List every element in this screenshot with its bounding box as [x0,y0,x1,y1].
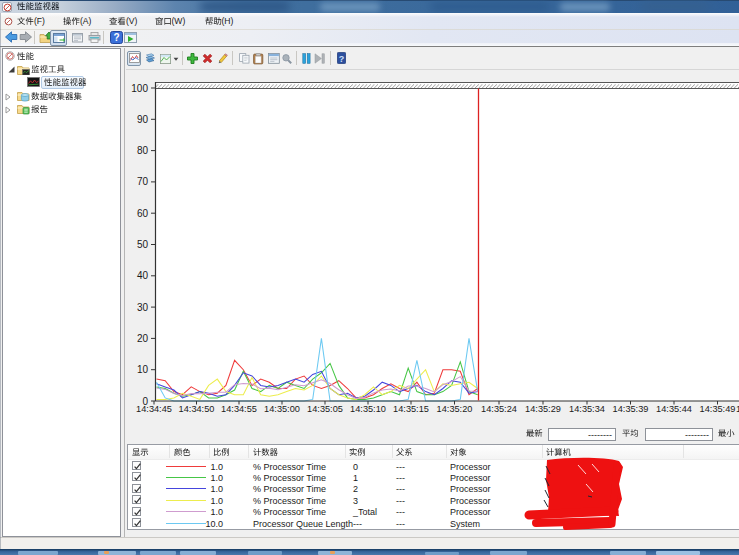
svg-text:20: 20 [137,333,149,344]
svg-text:80: 80 [137,145,149,156]
svg-text:40: 40 [137,270,149,281]
svg-text:14:34:50: 14:34:50 [179,404,215,414]
svg-text:70: 70 [137,176,149,187]
svg-text:14:35:10: 14:35:10 [350,404,386,414]
svg-text:14:35:34: 14:35:34 [569,404,605,414]
svg-text:14:35:39: 14:35:39 [613,404,649,414]
svg-text:50: 50 [137,239,149,250]
svg-text:14:35:29: 14:35:29 [525,404,561,414]
svg-text:14:35:20: 14:35:20 [437,404,473,414]
svg-text:14:35:15: 14:35:15 [393,404,429,414]
svg-text:14:35:00: 14:35:00 [264,404,300,414]
svg-text:14:35:49: 14:35:49 [700,404,736,414]
svg-text:14:34:55: 14:34:55 [221,404,257,414]
svg-text:100: 100 [131,83,148,94]
svg-text:14:35:05: 14:35:05 [307,404,343,414]
svg-text:30: 30 [137,302,149,313]
svg-text:14:34:45: 14:34:45 [136,404,172,414]
svg-text:10: 10 [137,364,149,375]
svg-text:60: 60 [137,208,149,219]
svg-text:90: 90 [137,114,149,125]
svg-text:14:35:24: 14:35:24 [481,404,517,414]
svg-text:14:35:44: 14:35:44 [656,404,692,414]
